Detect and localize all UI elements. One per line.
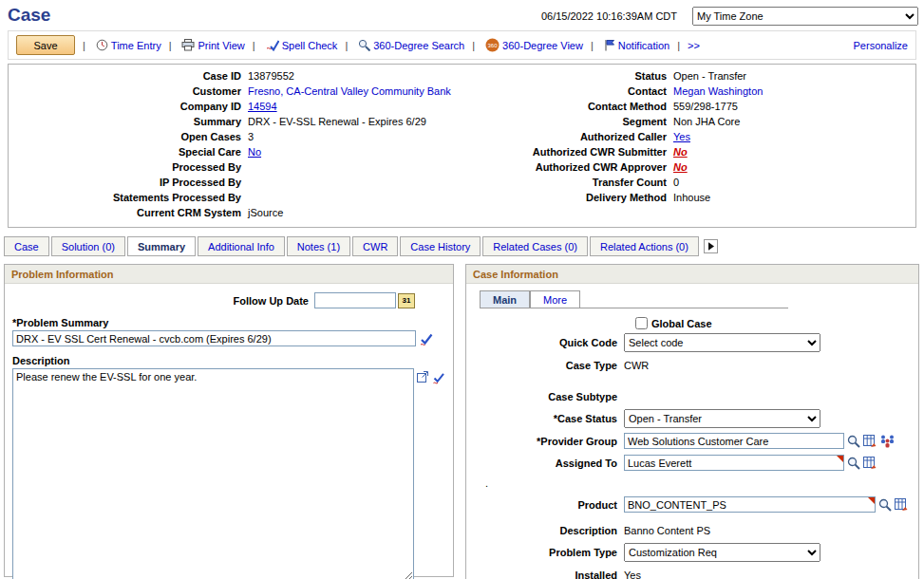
- case-status-select[interactable]: Open - Transfer: [624, 409, 820, 428]
- page-header: Case 06/15/2022 10:16:39AM CDT My Time Z…: [0, 0, 924, 28]
- summary-row: Processed By: [9, 159, 462, 175]
- summary-row-label: Transfer Count: [462, 175, 673, 190]
- provider-group-detail-icon[interactable]: [863, 435, 877, 447]
- summary-row-label: Current CRM System: [9, 205, 248, 220]
- summary-row-label: Statements Processed By: [9, 190, 248, 205]
- summary-row-label: Case ID: [9, 68, 248, 84]
- follow-up-date-input[interactable]: [314, 292, 396, 308]
- case-status-label: *Case Status: [472, 413, 624, 424]
- summary-row: StatusOpen - Transfer: [462, 68, 915, 84]
- product-description-value: Banno Content PS: [624, 525, 710, 536]
- svg-text:360: 360: [488, 43, 499, 48]
- summary-row-label: Authorized CWR Submitter: [462, 144, 673, 159]
- tabs-overflow-arrow-icon[interactable]: [704, 239, 718, 253]
- tab-case-history[interactable]: Case History: [400, 236, 481, 256]
- contact-link[interactable]: Megan Washington: [673, 84, 763, 99]
- print-view-link[interactable]: Print View: [179, 39, 244, 51]
- tab-summary[interactable]: Summary: [127, 236, 196, 256]
- problem-information-title: Problem Information: [5, 265, 453, 284]
- contact-method-value: 559/298-1775: [673, 99, 738, 114]
- description-label: Description: [12, 355, 445, 366]
- summary-row-label: Company ID: [9, 99, 248, 114]
- product-lookup-icon[interactable]: [878, 498, 892, 512]
- summary-row: ContactMegan Washington: [462, 84, 915, 99]
- tab-additional-info[interactable]: Additional Info: [198, 236, 285, 256]
- special-care-link[interactable]: No: [248, 144, 261, 159]
- assigned-to-input[interactable]: [624, 455, 844, 471]
- problem-summary-spellcheck-icon[interactable]: [419, 333, 433, 346]
- tab-notes[interactable]: Notes (1): [287, 236, 350, 256]
- problem-summary-label: *Problem Summary: [12, 317, 445, 328]
- summary-row-label: Authorized CWR Approver: [462, 159, 673, 175]
- summary-row: Delivery MethodInhouse: [462, 190, 915, 205]
- personalize-link[interactable]: Personalize: [854, 40, 908, 51]
- tab-related-cases[interactable]: Related Cases (0): [482, 236, 588, 256]
- summary-row-label: Authorized Caller: [462, 129, 673, 144]
- summary-row-label: Open Cases: [9, 129, 248, 144]
- toolbar-more-link[interactable]: >>: [688, 40, 700, 51]
- description-textarea[interactable]: Please renew the EV-SSL for one year.: [12, 368, 414, 579]
- customer-link[interactable]: Fresno, CA-Central Valley Community Bank: [248, 84, 451, 99]
- toolbar-separator: |: [345, 40, 348, 51]
- installed-value: Yes: [624, 570, 641, 579]
- authorized-caller-link[interactable]: Yes: [673, 129, 690, 144]
- assigned-to-lookup-icon[interactable]: [847, 457, 860, 470]
- tab-cwr[interactable]: CWR: [352, 236, 398, 256]
- case-information-subtabs: Main More: [480, 290, 788, 308]
- case-subtype-label: Case Subtype: [472, 391, 624, 402]
- case-type-label: Case Type: [472, 360, 624, 371]
- summary-row: Authorized CWR SubmitterNo: [462, 144, 915, 159]
- tab-case[interactable]: Case: [4, 236, 49, 256]
- summary-row: Authorized CallerYes: [462, 129, 915, 144]
- summary-row: CustomerFresno, CA-Central Valley Commun…: [9, 84, 462, 99]
- quick-code-select[interactable]: Select code: [624, 333, 820, 352]
- clock-icon: [96, 39, 108, 51]
- status-value: Open - Transfer: [673, 68, 746, 84]
- assigned-to-detail-icon[interactable]: [863, 457, 877, 469]
- problem-summary-input[interactable]: [12, 330, 416, 346]
- cwr-approver-flag: No: [673, 159, 688, 175]
- summary-row: Authorized CWR ApproverNo: [462, 159, 915, 175]
- view-360-link[interactable]: 360 360-Degree View: [482, 38, 583, 52]
- timezone-select[interactable]: My Time Zone: [692, 7, 918, 26]
- section-separator-dot: .: [485, 478, 913, 488]
- save-button[interactable]: Save: [16, 35, 75, 55]
- provider-group-lookup-icon[interactable]: [847, 435, 860, 448]
- product-input[interactable]: [624, 496, 876, 513]
- case-information-title: Case Information: [466, 265, 918, 284]
- expand-field-icon[interactable]: [417, 370, 429, 383]
- company-id-link[interactable]: 14594: [248, 99, 277, 114]
- case-summary-panel: Case ID13879552 CustomerFresno, CA-Centr…: [8, 64, 916, 228]
- spell-check-link[interactable]: Spell Check: [263, 39, 338, 51]
- tab-related-actions[interactable]: Related Actions (0): [590, 236, 699, 256]
- subtab-main[interactable]: Main: [480, 290, 530, 308]
- description-spellcheck-icon[interactable]: [432, 372, 445, 384]
- toolbar: Save | Time Entry | Print View | Spell C…: [8, 30, 916, 60]
- product-detail-icon[interactable]: [895, 498, 908, 511]
- provider-group-input[interactable]: [624, 433, 844, 449]
- summary-row: SummaryDRX - EV-SSL Renewal - Expires 6/…: [9, 114, 462, 129]
- summary-row: Contact Method559/298-1775: [462, 99, 915, 114]
- summary-row: IP Processed By: [9, 175, 462, 190]
- summary-row-label: Special Care: [9, 144, 248, 159]
- summary-row-label: Contact Method: [462, 99, 673, 114]
- time-entry-link[interactable]: Time Entry: [93, 39, 161, 51]
- summary-row: Open Cases3: [9, 129, 462, 144]
- product-label: Product: [472, 499, 624, 511]
- open-cases-value: 3: [248, 129, 254, 144]
- case-type-value: CWR: [624, 360, 649, 371]
- global-case-label: Global Case: [651, 318, 712, 329]
- search-360-link[interactable]: 360-Degree Search: [355, 39, 464, 51]
- problem-type-label: Problem Type: [472, 547, 624, 558]
- tab-solution[interactable]: Solution (0): [51, 236, 125, 256]
- notification-link[interactable]: Notification: [601, 39, 669, 51]
- subtab-more[interactable]: More: [530, 290, 580, 308]
- global-case-checkbox[interactable]: [635, 317, 648, 329]
- assigned-to-label: Assigned To: [472, 458, 624, 469]
- provider-group-team-icon[interactable]: [879, 435, 896, 448]
- summary-row-label: Segment: [462, 114, 673, 129]
- provider-group-label: *Provider Group: [472, 436, 624, 447]
- summary-row-label: Delivery Method: [462, 190, 673, 205]
- calendar-icon[interactable]: 31: [398, 293, 415, 308]
- problem-type-select[interactable]: Customization Req: [624, 543, 820, 562]
